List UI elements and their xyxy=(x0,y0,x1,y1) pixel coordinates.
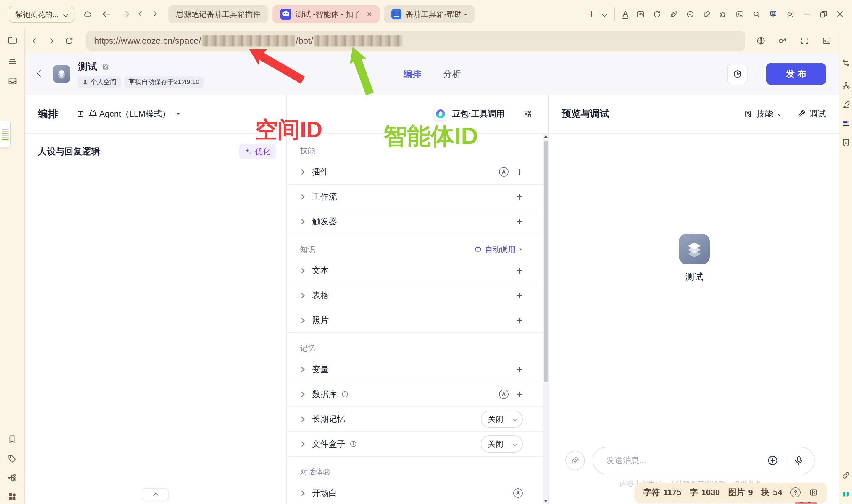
close-tab-icon[interactable]: × xyxy=(367,9,372,19)
next-tab-icon[interactable] xyxy=(152,12,156,17)
quill-icon[interactable] xyxy=(842,100,851,109)
site-language-icon[interactable] xyxy=(756,36,766,46)
agent-mode-select[interactable]: 单 Agent（LLM模式） xyxy=(76,108,180,120)
git-branch-icon[interactable] xyxy=(842,58,851,68)
optimize-button[interactable]: 优化 xyxy=(239,144,276,159)
fullscreen-icon[interactable] xyxy=(800,36,810,46)
preview-skills-button[interactable]: 技能 xyxy=(744,108,781,120)
graph-tree-icon[interactable] xyxy=(7,473,17,483)
tab-coze-active[interactable]: 测试 -智能体 - 扣子 × xyxy=(272,5,380,23)
auto-icon[interactable]: A xyxy=(499,390,509,399)
new-tab-icon[interactable]: + xyxy=(587,7,595,21)
reload-icon[interactable] xyxy=(65,36,74,46)
console-icon[interactable] xyxy=(822,36,831,46)
debug-button[interactable]: 调试 xyxy=(798,108,826,120)
tag-icon[interactable] xyxy=(7,454,17,464)
row-long-term-memory[interactable]: 长期记忆 关闭 xyxy=(287,407,543,432)
html5-icon[interactable]: 5 xyxy=(842,139,851,147)
add-icon[interactable]: + xyxy=(516,364,523,375)
ai-robot-icon[interactable] xyxy=(768,9,778,19)
model-selector[interactable]: 豆包·工具调用 xyxy=(434,107,504,121)
outline-list-icon[interactable] xyxy=(7,56,18,67)
row-plugins[interactable]: 插件 A+ xyxy=(287,160,543,184)
publish-button[interactable]: 发布 xyxy=(766,63,826,85)
compose-icon[interactable] xyxy=(702,10,711,19)
prev-tab-icon[interactable] xyxy=(139,12,143,17)
note-preview-thumbnail[interactable] xyxy=(0,121,11,147)
collapse-panel-icon[interactable] xyxy=(809,488,818,497)
plugin-store-icon[interactable] xyxy=(523,109,532,118)
add-icon[interactable]: + xyxy=(516,191,523,202)
minimize-icon[interactable] xyxy=(802,10,811,19)
tab-orchestrate[interactable]: 编排 xyxy=(403,68,421,80)
attach-icon[interactable] xyxy=(767,455,779,466)
tab-siyuan[interactable]: 思源笔记番茄工具箱插件 xyxy=(168,5,268,23)
devtools-icon[interactable] xyxy=(736,10,744,19)
apps-grid-icon[interactable] xyxy=(7,491,17,503)
row-workflows[interactable]: 工作流 + xyxy=(287,184,543,210)
row-variables[interactable]: 变量 + xyxy=(287,357,543,382)
collapse-prompt-button[interactable] xyxy=(143,488,169,501)
cloud-sync-icon[interactable] xyxy=(83,10,93,19)
scroll-down-icon[interactable] xyxy=(544,500,548,503)
row-text-knowledge[interactable]: 文本 + xyxy=(287,258,543,283)
add-icon[interactable]: + xyxy=(516,389,523,400)
search-icon[interactable] xyxy=(752,10,761,19)
history-back-icon[interactable] xyxy=(32,38,38,43)
leaf-mode-icon[interactable] xyxy=(669,10,678,19)
link-icon[interactable] xyxy=(842,471,851,480)
scrollbar-thumb[interactable] xyxy=(544,141,548,382)
knowledge-auto-call-select[interactable]: 自动调用 xyxy=(474,244,523,255)
profile-switcher[interactable]: 紫袍黄花的... xyxy=(9,6,74,23)
version-history-button[interactable] xyxy=(727,64,748,84)
row-database[interactable]: 数据库 A+ xyxy=(287,382,543,407)
share-network-icon[interactable] xyxy=(842,81,851,90)
tab-analyze[interactable]: 分析 xyxy=(443,68,461,80)
add-icon[interactable]: + xyxy=(516,166,523,178)
filebox-select[interactable]: 关闭 xyxy=(481,435,523,452)
scroll-up-icon[interactable] xyxy=(544,135,548,138)
info-icon[interactable] xyxy=(341,391,349,398)
browser-window-icon[interactable] xyxy=(842,119,851,129)
add-icon[interactable]: + xyxy=(516,216,523,227)
tab-list-icon[interactable] xyxy=(602,12,607,17)
microphone-icon[interactable] xyxy=(794,455,804,466)
word-count-badge[interactable]: 字符1175 字1030 图片9 块54 ? xyxy=(635,483,827,502)
help-icon[interactable]: ? xyxy=(791,487,800,498)
info-icon[interactable] xyxy=(349,440,357,448)
history-forward-icon[interactable] xyxy=(48,38,53,43)
message-input[interactable] xyxy=(596,456,767,465)
message-input-pill[interactable] xyxy=(593,447,815,474)
tab-tomato-help[interactable]: 番茄工具箱-帮助 - xyxy=(384,5,474,23)
row-opening-dialog[interactable]: 开场白 A xyxy=(287,481,543,504)
long-term-memory-select[interactable]: 关闭 xyxy=(481,411,523,428)
row-filebox[interactable]: 文件盒子 关闭 xyxy=(287,432,543,457)
address-bar[interactable]: https://www.coze.cn/space//bot/ xyxy=(86,31,745,51)
quotes-icon[interactable] xyxy=(842,490,851,501)
open-external-icon[interactable] xyxy=(778,36,787,46)
auto-icon[interactable]: A xyxy=(499,167,509,177)
inbox-icon[interactable] xyxy=(7,76,18,86)
folder-icon[interactable] xyxy=(7,35,18,46)
restore-window-icon[interactable] xyxy=(819,10,828,19)
add-icon[interactable]: + xyxy=(516,290,523,301)
row-triggers[interactable]: 触发器 + xyxy=(287,210,543,234)
back-button[interactable] xyxy=(102,9,111,19)
add-icon[interactable]: + xyxy=(516,265,523,276)
dashboard-icon[interactable] xyxy=(636,10,645,19)
close-window-icon[interactable] xyxy=(835,10,844,19)
row-photo-knowledge[interactable]: 照片 + xyxy=(287,308,543,333)
auto-icon[interactable]: A xyxy=(513,488,523,498)
font-tool-icon[interactable]: A xyxy=(622,10,628,19)
bookmark-icon[interactable] xyxy=(7,434,17,444)
edit-name-icon[interactable] xyxy=(102,63,109,71)
clear-chat-button[interactable] xyxy=(565,451,585,470)
forward-button[interactable] xyxy=(121,9,130,19)
add-icon[interactable]: + xyxy=(516,315,523,326)
chat-assist-icon[interactable] xyxy=(686,10,695,19)
scrollbar[interactable] xyxy=(543,134,548,504)
refresh-icon[interactable] xyxy=(653,10,661,19)
brightness-icon[interactable] xyxy=(786,10,795,19)
row-table-knowledge[interactable]: 表格 + xyxy=(287,283,543,308)
extensions-icon[interactable] xyxy=(719,10,728,19)
